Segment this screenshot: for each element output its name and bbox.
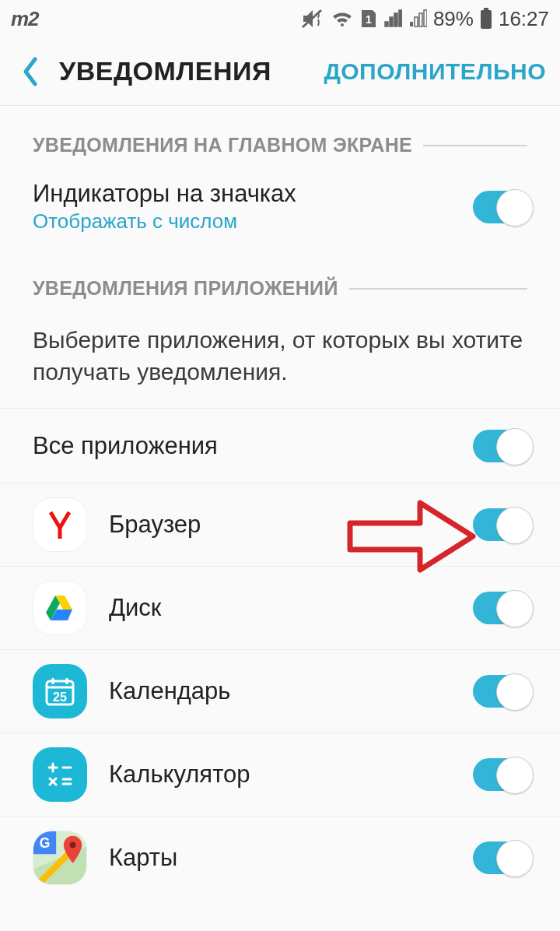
badge-toggle[interactable] (473, 191, 532, 223)
app-row-calculator[interactable]: Калькулятор (0, 733, 560, 817)
badge-indicator-row[interactable]: Индикаторы на значках Отображать с число… (0, 164, 560, 249)
row-subtitle: Отображать с числом (33, 209, 473, 234)
app-label: Калькулятор (109, 761, 473, 789)
app-label: Карты (109, 844, 473, 872)
section-description: Выберите приложения, от которых вы хотит… (0, 307, 560, 409)
header: УВЕДОМЛЕНИЯ ДОПОЛНИТЕЛЬНО (0, 37, 560, 106)
app-toggle[interactable] (473, 675, 532, 708)
app-toggle[interactable] (473, 508, 532, 541)
app-label: Браузер (109, 511, 473, 539)
app-row-browser[interactable]: Браузер (0, 483, 560, 567)
sim1-icon: 1 (360, 9, 377, 29)
divider-line (349, 288, 527, 290)
app-toggle[interactable] (473, 592, 532, 624)
all-apps-toggle[interactable] (473, 430, 532, 462)
svg-text:G: G (40, 835, 51, 851)
app-row-maps[interactable]: G Карты (0, 817, 560, 899)
signal-icon-2 (408, 9, 427, 28)
chevron-left-icon (21, 56, 40, 87)
calculator-icon (33, 747, 87, 802)
section-header-label: УВЕДОМЛЕНИЯ НА ГЛАВНОМ ЭКРАНЕ (33, 134, 412, 156)
app-row-calendar[interactable]: 25 Календарь (0, 650, 560, 733)
section-header-lockscreen: УВЕДОМЛЕНИЯ НА ГЛАВНОМ ЭКРАНЕ (0, 106, 560, 164)
section-header-app-notifications: УВЕДОМЛЕНИЯ ПРИЛОЖЕНИЙ (0, 249, 560, 307)
row-body: Все приложения (33, 432, 473, 460)
carrier-label: т2 (11, 7, 39, 31)
yandex-browser-icon (33, 497, 87, 552)
app-label: Календарь (109, 677, 473, 705)
app-row-drive[interactable]: Диск (0, 567, 560, 650)
mute-vibrate-icon (301, 9, 324, 29)
page-title: УВЕДОМЛЕНИЯ (50, 56, 324, 86)
all-apps-label: Все приложения (33, 432, 473, 460)
header-more-action[interactable]: ДОПОЛНИТЕЛЬНО (324, 58, 546, 85)
divider-line (423, 145, 527, 146)
back-button[interactable] (11, 48, 50, 95)
app-toggle[interactable] (473, 758, 532, 791)
section-header-label: УВЕДОМЛЕНИЯ ПРИЛОЖЕНИЙ (33, 277, 338, 300)
google-drive-icon (33, 581, 87, 635)
svg-rect-4 (482, 12, 490, 27)
svg-text:25: 25 (53, 690, 67, 704)
battery-icon (480, 8, 492, 30)
signal-icon-1 (383, 9, 402, 28)
battery-percent: 89% (433, 7, 474, 31)
clock: 16:27 (499, 7, 549, 31)
svg-point-20 (70, 842, 76, 848)
status-right: 1 89% 16:27 (301, 7, 549, 31)
svg-rect-2 (484, 8, 488, 10)
google-maps-icon: G (33, 831, 87, 885)
app-label: Диск (109, 594, 473, 622)
row-body: Индикаторы на значках Отображать с число… (33, 180, 473, 234)
status-left: т2 (11, 7, 39, 31)
svg-text:1: 1 (366, 13, 372, 26)
status-bar: т2 1 89% 16:27 (0, 0, 560, 37)
app-toggle[interactable] (473, 841, 532, 874)
all-apps-row[interactable]: Все приложения (0, 409, 560, 483)
row-title: Индикаторы на значках (33, 180, 473, 208)
wifi-icon (331, 9, 354, 28)
calendar-icon: 25 (33, 664, 87, 718)
